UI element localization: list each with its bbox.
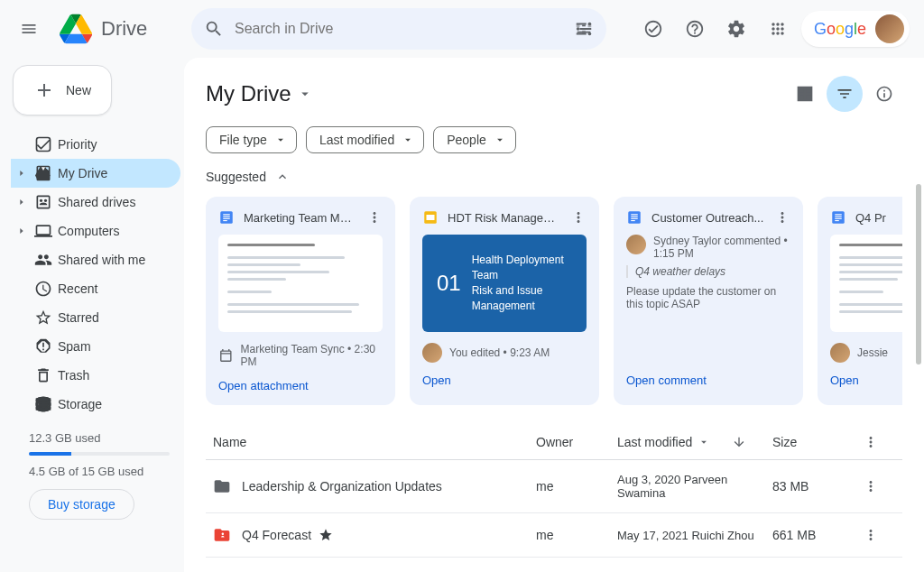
view-grid-button[interactable] [787,76,823,112]
nav-item-trash[interactable]: Trash [11,361,180,390]
card-action-link[interactable]: Open attachment [218,379,383,392]
chip-file-type[interactable]: File type [206,126,297,153]
search-options-icon[interactable] [574,19,594,39]
nav-label: Recent [58,281,97,296]
buy-storage-button[interactable]: Buy storage [29,489,134,520]
check-circle-icon [643,19,663,39]
nav-item-shared-drives[interactable]: Shared drives [11,188,180,217]
chevron-right-icon [17,226,26,235]
trash-icon [32,366,54,384]
col-owner-header[interactable]: Owner [536,435,617,449]
editor-avatar-icon [422,343,442,363]
file-name: Leadership & Organization Updates [242,479,442,494]
nav-item-starred[interactable]: Starred [11,303,180,332]
new-button[interactable]: New [13,65,112,115]
nav-item-mydrive[interactable]: My Drive [11,159,180,188]
svg-rect-8 [220,211,233,224]
col-size-header[interactable]: Size [772,435,863,449]
svg-rect-21 [835,214,842,215]
help-button[interactable] [677,11,713,47]
menu-button[interactable] [7,7,51,51]
suggested-card[interactable]: Customer Outreach...Sydney Taylor commen… [614,197,803,405]
file-size: 661 MB [772,528,863,542]
col-modified-header[interactable]: Last modified [617,435,772,449]
suggested-header[interactable]: Suggested [206,170,902,184]
card-preview [830,235,902,332]
storage-bar [29,452,170,456]
table-row[interactable]: Leadership & Organization UpdatesmeAug 3… [206,460,902,513]
nav-item-recent[interactable]: Recent [11,274,180,303]
storage-used-text: 12.3 GB used [29,431,170,445]
star-icon [319,528,333,542]
drive-text: Drive [101,17,147,41]
more-vert-icon[interactable] [366,209,383,226]
computers-icon [32,222,54,240]
suggested-card[interactable]: HDT Risk Management01Health Deployment T… [410,197,599,405]
header-right: Google [635,11,917,47]
more-vert-icon[interactable] [774,209,790,226]
card-title: HDT Risk Management [448,211,561,225]
search-icon [204,19,224,39]
main-content: My Drive File typeLast modifiedPeople Su… [184,58,924,572]
view-details-button[interactable] [866,76,902,112]
sidebar: New PriorityMy DriveShared drivesCompute… [0,58,180,572]
dropdown-icon [698,436,710,448]
apps-button[interactable] [760,11,796,47]
logo-area[interactable]: Drive [58,11,184,47]
file-owner: me [536,479,617,494]
starred-icon [32,309,54,327]
storage-icon [32,395,54,413]
svg-rect-20 [832,211,845,224]
suggested-card[interactable]: Marketing Team Meetin...Marketing Team S… [206,197,395,405]
col-menu-header[interactable] [863,434,899,450]
dropdown-icon [297,86,313,102]
svg-rect-24 [835,220,839,221]
svg-point-0 [588,32,592,36]
more-vert-icon[interactable] [863,527,879,543]
table-row[interactable]: Meeting NotesmeDec 7, 2021 Manuel Corral… [206,558,902,572]
svg-rect-22 [835,217,842,217]
more-vert-icon[interactable] [863,478,879,494]
card-action-link[interactable]: Open [422,374,587,387]
nav-item-spam[interactable]: Spam [11,332,180,361]
card-preview [218,235,383,332]
commenter-avatar [626,235,646,254]
card-action-link[interactable]: Open [830,374,902,387]
file-modified: Aug 3, 2020 Parveen Swamina [617,473,772,500]
nav-item-shared-with-me[interactable]: Shared with me [11,245,180,274]
chip-last-modified[interactable]: Last modified [306,126,424,153]
svg-rect-10 [223,217,230,217]
svg-rect-12 [223,220,227,221]
more-vert-icon[interactable] [570,209,587,226]
svg-rect-17 [631,217,638,217]
search-bar[interactable] [191,8,606,50]
search-input[interactable] [235,21,563,37]
suggested-card[interactable]: Q4 PrJessieOpen [818,197,902,405]
svg-rect-19 [631,220,635,221]
svg-rect-14 [427,215,435,220]
user-avatar[interactable] [875,14,904,43]
plus-icon [33,79,55,101]
breadcrumb[interactable]: My Drive [206,81,313,106]
table-row[interactable]: Q4 ForecastmeMay 17, 2021 Ruichi Zhou661… [206,513,902,558]
nav-item-computers[interactable]: Computers [11,217,180,245]
storage-detail-text: 4.5 GB of 15 GB used [29,465,170,478]
nav-label: Starred [58,310,99,325]
offline-ready-button[interactable] [635,11,671,47]
card-action-link[interactable]: Open comment [626,374,790,387]
nav-label: Shared with me [58,253,145,267]
col-name-header[interactable]: Name [209,435,536,449]
nav-item-priority[interactable]: Priority [11,130,180,159]
arrow-down-icon[interactable] [732,435,746,449]
docs-icon [830,209,846,226]
shared-drives-icon [32,193,54,211]
chevron-up-icon [275,170,290,184]
nav-item-storage[interactable]: Storage [11,390,180,419]
nav-label: Spam [58,339,91,354]
folder-icon [209,477,242,495]
chip-people[interactable]: People [433,126,516,153]
view-filter-button[interactable] [827,76,863,112]
settings-button[interactable] [718,11,754,47]
scrollbar-thumb[interactable] [916,184,921,364]
account-pill[interactable]: Google [801,11,910,47]
